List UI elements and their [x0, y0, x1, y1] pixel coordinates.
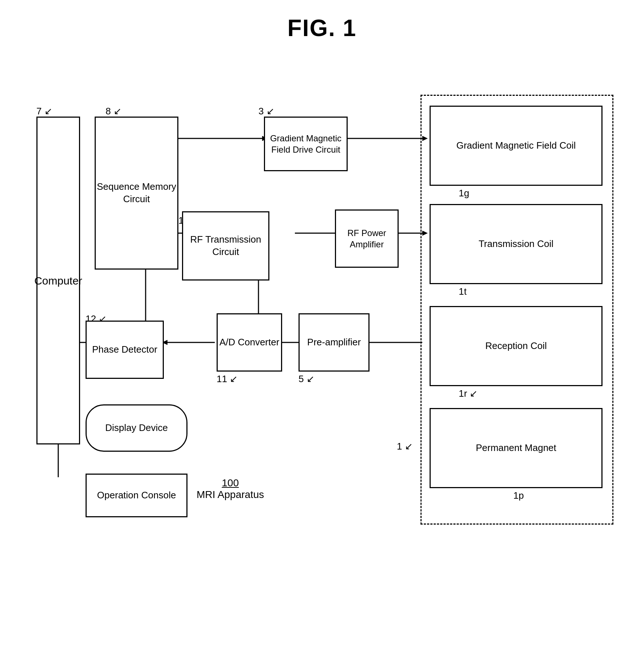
- reception-coil-box: Reception Coil: [430, 306, 602, 386]
- rf-power-amp-box: RF Power Amplifier: [335, 209, 399, 268]
- transmission-coil-box: Transmission Coil: [430, 204, 602, 284]
- ref-pre-amp-num: 5 ↙: [299, 373, 315, 385]
- ref-computer: 7 ↙: [36, 106, 52, 117]
- ref-transmission-coil: 1t: [459, 286, 467, 297]
- pre-amplifier-box: Pre-amplifier: [299, 313, 370, 372]
- permanent-magnet-box: Permanent Magnet: [430, 408, 602, 488]
- ref-ad-converter-num: 11 ↙: [217, 373, 238, 385]
- ref-scanner: 1 ↙: [397, 441, 413, 452]
- ref-gradient-coil: 1g: [459, 188, 469, 199]
- gradient-coil-box: Gradient Magnetic Field Coil: [430, 106, 602, 186]
- mri-apparatus-label: 100 MRI Apparatus: [197, 477, 264, 501]
- display-device-box: Display Device: [86, 404, 187, 452]
- page-title: FIG. 1: [0, 0, 644, 42]
- ref-reception-coil: 1r ↙: [459, 388, 478, 399]
- phase-detector-box: Phase Detector: [86, 321, 164, 379]
- computer-box: Computer: [36, 117, 80, 444]
- ref-gradient-drive: 3 ↙: [258, 106, 274, 117]
- ref-sequence: 8 ↙: [106, 106, 122, 117]
- ref-permanent-magnet: 1p: [513, 490, 524, 501]
- ad-converter-box: A/D Converter: [217, 313, 282, 372]
- gradient-drive-box: Gradient Magnetic Field Drive Circuit: [264, 117, 348, 171]
- operation-console-box: Operation Console: [86, 474, 187, 517]
- rf-transmission-box: RF Transmission Circuit: [182, 211, 269, 281]
- sequence-memory-box: Sequence Memory Circuit: [95, 117, 178, 270]
